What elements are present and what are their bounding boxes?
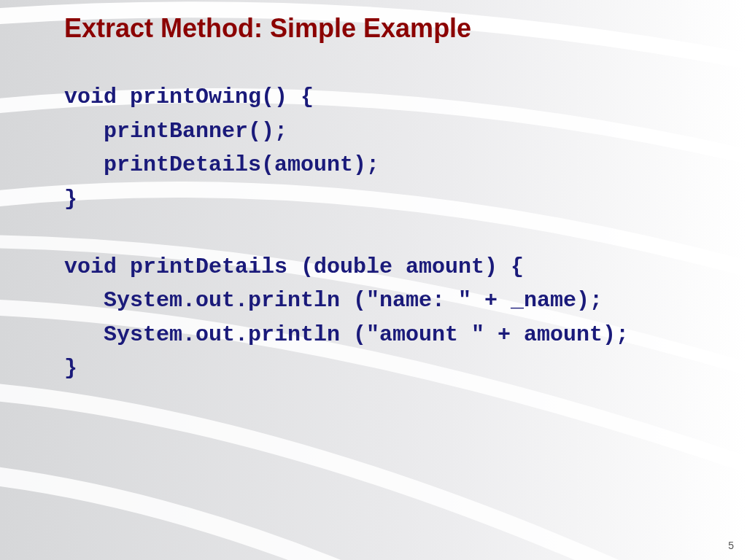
slide: Extract Method: Simple Example void prin… xyxy=(0,0,747,560)
code-line: System.out.println ("name: " + _name); xyxy=(64,288,603,313)
slide-title: Extract Method: Simple Example xyxy=(64,13,471,44)
code-line: void printOwing() { xyxy=(64,85,314,109)
code-line: void printDetails (double amount) { xyxy=(64,254,524,279)
code-line: System.out.println ("amount " + amount); xyxy=(64,322,629,347)
code-line: } xyxy=(64,356,77,381)
code-line: printDetails(amount); xyxy=(64,152,379,177)
code-line: } xyxy=(64,187,77,211)
page-number: 5 xyxy=(728,540,734,551)
code-block: void printOwing() { printBanner(); print… xyxy=(64,80,629,386)
code-line: printBanner(); xyxy=(64,119,287,144)
